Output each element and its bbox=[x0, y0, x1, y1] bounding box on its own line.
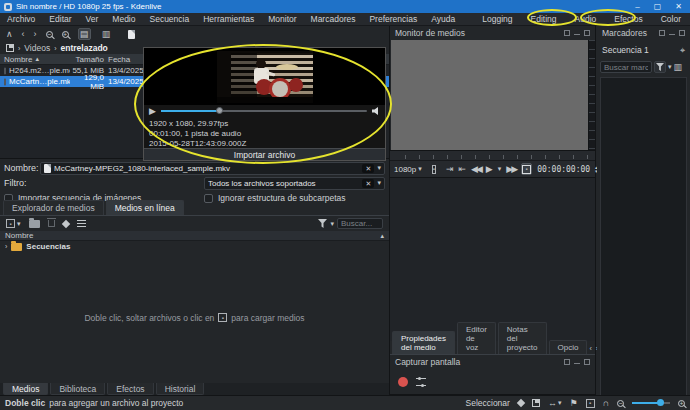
close-panel-icon[interactable] bbox=[584, 359, 590, 365]
col-nombre[interactable]: Nombre bbox=[4, 55, 32, 64]
ignore-subfolders-option[interactable]: Ignorar estructura de subcarpetas bbox=[204, 193, 346, 203]
import-file-button[interactable]: Importar archivo bbox=[144, 148, 385, 160]
menu-monitor[interactable]: Monitor bbox=[261, 14, 303, 24]
up-icon[interactable]: ∧ bbox=[6, 30, 13, 39]
monitor-timecode[interactable]: 00:00:00:00 bbox=[537, 165, 590, 174]
chevron-down-icon[interactable]: ▾ bbox=[330, 220, 334, 228]
forward-icon[interactable]: › bbox=[34, 30, 37, 39]
workspace-audio[interactable]: Audio bbox=[566, 14, 606, 24]
save-icon[interactable] bbox=[532, 399, 540, 407]
tab-explorador-de-medios[interactable]: Explorador de medios bbox=[3, 200, 104, 215]
tab-historial[interactable]: Historial bbox=[156, 383, 205, 395]
minimize-button[interactable]: – bbox=[635, 2, 639, 11]
markers-filter-button[interactable] bbox=[654, 61, 666, 73]
rewind-icon[interactable]: ◀◀ bbox=[471, 165, 481, 174]
workspace-color[interactable]: Color bbox=[652, 14, 690, 24]
mark-in-icon[interactable]: ⇥ bbox=[446, 165, 454, 174]
drive-icon[interactable] bbox=[6, 44, 14, 52]
tab-notas-del-proyecto[interactable]: Notas del proyecto bbox=[498, 322, 547, 354]
filename-combo[interactable]: McCartney-MPEG2_1080-interlaced_sample.m… bbox=[40, 162, 385, 175]
markers-list[interactable] bbox=[600, 77, 687, 401]
sequences-folder-row[interactable]: › Secuencias bbox=[0, 241, 389, 252]
menu-preferencias[interactable]: Preferencias bbox=[362, 14, 424, 24]
menu-ver[interactable]: Ver bbox=[79, 14, 106, 24]
loop-zone-button[interactable]: ▪ bbox=[521, 163, 532, 175]
chevron-down-icon[interactable]: ▾ bbox=[377, 164, 381, 172]
filter-combo[interactable]: Todos los archivos soportados ✕ ▾ bbox=[204, 177, 385, 190]
play-options-chevron-icon[interactable]: ▾ bbox=[498, 165, 502, 173]
chevron-down-icon[interactable]: ▾ bbox=[668, 63, 672, 71]
workspace-logging[interactable]: Logging bbox=[473, 14, 521, 24]
zoom-out-icon[interactable]: − bbox=[46, 31, 53, 38]
tab-medios-en-linea[interactable]: Medios en línea bbox=[106, 200, 184, 215]
back-icon[interactable]: ‹ bbox=[22, 30, 25, 39]
menu-herramientas[interactable]: Herramientas bbox=[196, 14, 261, 24]
tag-tool-icon[interactable] bbox=[517, 399, 525, 407]
tab-propiedades-del-medio[interactable]: Propiedades del medio bbox=[392, 331, 455, 354]
close-panel-icon[interactable] bbox=[584, 30, 590, 36]
tab-opciones[interactable]: Opcio bbox=[549, 340, 588, 354]
bin-search-input[interactable] bbox=[337, 218, 383, 229]
tab-efectos[interactable]: Efectos bbox=[107, 383, 153, 395]
close-panel-icon[interactable] bbox=[679, 30, 685, 36]
clear-filename-icon[interactable]: ✕ bbox=[362, 164, 374, 173]
tab-medios[interactable]: Medios bbox=[3, 383, 48, 395]
timeline-zoom-in-icon[interactable]: + bbox=[678, 400, 685, 407]
new-folder-icon[interactable] bbox=[128, 30, 135, 39]
chevron-down-icon[interactable]: ▾ bbox=[377, 179, 381, 187]
workspace-efectos[interactable]: Efectos bbox=[605, 14, 651, 24]
play-icon[interactable]: ▶ bbox=[149, 107, 156, 116]
magnet-snap-icon[interactable]: ∩ bbox=[603, 399, 610, 408]
add-clip-button[interactable]: ▪▾ bbox=[6, 219, 21, 228]
monitor-timeline-ruler[interactable] bbox=[390, 150, 595, 160]
fast-forward-icon[interactable]: ▶▶ bbox=[506, 165, 516, 174]
close-button[interactable]: ✕ bbox=[675, 2, 682, 11]
checkbox[interactable] bbox=[204, 194, 213, 203]
menu-secuencia[interactable]: Secuencia bbox=[142, 14, 196, 24]
tag-icon[interactable] bbox=[61, 219, 69, 227]
filter-funnel-icon[interactable] bbox=[318, 219, 327, 228]
crop-tool-icon[interactable]: ▪ bbox=[586, 399, 595, 408]
timeline-zoom-slider[interactable] bbox=[632, 402, 670, 404]
spacer-tool-button[interactable]: ↔▾ bbox=[548, 399, 562, 408]
flag-icon[interactable]: ⚑ bbox=[569, 399, 577, 408]
tab-scroll-left-icon[interactable]: ‹ bbox=[589, 345, 591, 352]
workspace-editing[interactable]: Editing bbox=[522, 14, 566, 24]
seek-slider[interactable] bbox=[161, 110, 367, 112]
profile-dropdown[interactable]: 1080p▾ bbox=[394, 165, 422, 174]
float-icon[interactable] bbox=[659, 30, 665, 36]
menu-ayuda[interactable]: Ayuda bbox=[424, 14, 462, 24]
menu-marcadores[interactable]: Marcadores bbox=[304, 14, 363, 24]
menu-medio[interactable]: Medio bbox=[105, 14, 142, 24]
bin-drop-area[interactable]: Doble clic, soltar archivos o clic en ▪ … bbox=[0, 252, 389, 383]
create-folder-icon[interactable] bbox=[29, 220, 40, 228]
col-tamano[interactable]: Tamaño bbox=[70, 55, 104, 64]
target-icon[interactable]: ⌖ bbox=[680, 46, 685, 55]
float-icon[interactable] bbox=[564, 359, 570, 365]
record-button[interactable] bbox=[398, 377, 408, 387]
capture-settings-icon[interactable] bbox=[416, 378, 426, 386]
tab-biblioteca[interactable]: Biblioteca bbox=[50, 383, 105, 395]
mark-out-icon[interactable]: ⇤ bbox=[458, 165, 466, 174]
tab-editor-de-voz[interactable]: Editor de voz bbox=[457, 322, 496, 354]
icons-view-button[interactable]: ▤ bbox=[78, 28, 91, 40]
bin-col-nombre[interactable]: Nombre bbox=[5, 231, 33, 240]
clear-filter-icon[interactable]: ✕ bbox=[362, 179, 374, 188]
zoom-in-icon[interactable]: + bbox=[62, 31, 69, 38]
markers-search-input[interactable] bbox=[600, 61, 652, 73]
zone-icon[interactable]: ▪ bbox=[432, 165, 436, 174]
minimize-panel-icon[interactable] bbox=[574, 360, 580, 364]
play-icon[interactable]: ▶ bbox=[486, 165, 493, 174]
minimize-panel-icon[interactable] bbox=[574, 31, 580, 35]
view-mode-icon[interactable] bbox=[77, 220, 86, 227]
maximize-button[interactable]: ▢ bbox=[654, 2, 662, 11]
detail-view-button[interactable]: ▥ bbox=[100, 28, 113, 40]
minimize-panel-icon[interactable] bbox=[669, 31, 675, 35]
breadcrumb-entrelazado[interactable]: entrelazado bbox=[61, 43, 108, 53]
sort-icon[interactable]: ▥ bbox=[674, 63, 683, 72]
breadcrumb-videos[interactable]: Videos bbox=[24, 43, 50, 53]
expander-icon[interactable]: › bbox=[5, 243, 7, 250]
volume-icon[interactable] bbox=[372, 107, 380, 115]
menu-archivo[interactable]: Archivo bbox=[0, 14, 42, 24]
float-icon[interactable] bbox=[564, 30, 570, 36]
